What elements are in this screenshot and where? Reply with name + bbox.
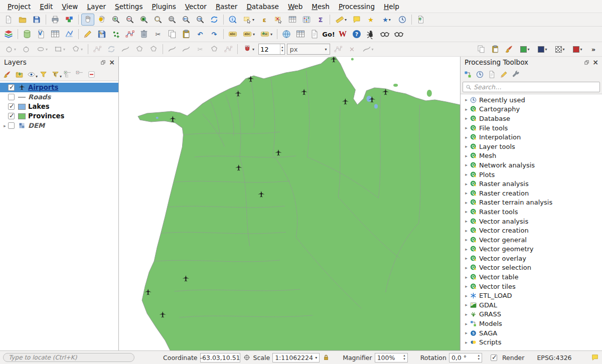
toolbox-group-vector-general[interactable]: ▸Vector general bbox=[461, 235, 602, 245]
menu-database[interactable]: Database bbox=[242, 1, 283, 12]
zoom-in-button[interactable]: + bbox=[109, 14, 122, 26]
layer-item-airports[interactable]: Airports bbox=[0, 83, 118, 92]
layer-checkbox[interactable] bbox=[8, 94, 15, 100]
zoom-next-button[interactable]: → bbox=[194, 14, 207, 26]
digitize-rectangle-button[interactable]: ▾ bbox=[51, 43, 68, 55]
field-calculator-button[interactable] bbox=[300, 14, 313, 26]
expand-all-button[interactable] bbox=[62, 69, 73, 80]
extents-icon[interactable] bbox=[243, 353, 251, 361]
edit-symbol-button[interactable] bbox=[503, 43, 516, 55]
osm-place-search-button[interactable] bbox=[294, 28, 307, 40]
messages-icon[interactable] bbox=[591, 353, 599, 361]
new-bookmark-button[interactable]: ★ bbox=[364, 14, 377, 26]
merge-features-button[interactable] bbox=[208, 43, 221, 55]
identify-features-button[interactable] bbox=[226, 14, 239, 26]
layer-checkbox[interactable] bbox=[8, 103, 15, 110]
rotate-feature-button[interactable] bbox=[105, 43, 118, 55]
cut-features-button[interactable]: ✂ bbox=[152, 28, 165, 40]
edit-features-in-place-button[interactable] bbox=[498, 69, 510, 80]
toolbox-group-vector-table[interactable]: ▸Vector table bbox=[461, 272, 602, 282]
offset-curve-button[interactable] bbox=[166, 43, 179, 55]
print-layout-button[interactable] bbox=[49, 14, 62, 26]
highlight-color-button[interactable]: ▾ bbox=[569, 43, 586, 55]
trim-extend-button[interactable] bbox=[222, 43, 235, 55]
magnifier-spin[interactable]: 100%▴▾ bbox=[375, 353, 408, 362]
snap-tolerance-input[interactable] bbox=[259, 46, 280, 53]
zoom-full-button[interactable]: ▣ bbox=[137, 14, 150, 26]
layer-checkbox[interactable] bbox=[8, 122, 15, 129]
wikipedia-plugin-button[interactable]: W bbox=[336, 28, 349, 40]
zoom-to-layer-button[interactable]: ▤ bbox=[166, 14, 179, 26]
menu-edit[interactable]: Edit bbox=[35, 1, 57, 12]
toolbox-group-models[interactable]: ▸Models bbox=[461, 319, 602, 328]
toolbox-group-network-analysis[interactable]: ▸Network analysis bbox=[461, 160, 602, 170]
spin-arrows-icon[interactable]: ▴▾ bbox=[478, 354, 480, 361]
save-layer-edits-button[interactable]: ✎ bbox=[95, 28, 108, 40]
go-button-button[interactable]: Go! bbox=[322, 28, 335, 40]
scale-combo[interactable]: 1:11062224▾ bbox=[272, 353, 320, 362]
spin-arrows-icon[interactable]: ▴▾ bbox=[403, 354, 405, 361]
new-mesh-layer-button[interactable] bbox=[63, 28, 76, 40]
lock-icon[interactable] bbox=[322, 353, 330, 361]
pan-to-selection-button[interactable]: ● bbox=[95, 14, 108, 26]
toolbox-group-etl-load[interactable]: ▸ETL_LOAD bbox=[461, 291, 602, 300]
new-shapefile-layer-button[interactable]: V bbox=[35, 28, 48, 40]
menu-web[interactable]: Web bbox=[283, 1, 307, 12]
paste-features-button[interactable] bbox=[180, 28, 193, 40]
toolbox-group-cartography[interactable]: ▸Cartography bbox=[461, 105, 602, 114]
coordinate-field[interactable]: -63.03,10.51 bbox=[200, 353, 240, 362]
add-group-button[interactable]: + bbox=[14, 69, 25, 80]
toolbox-group-raster-creation[interactable]: ▸Raster creation bbox=[461, 189, 602, 198]
menu-project[interactable]: Project bbox=[3, 1, 35, 12]
fill-ring-button[interactable] bbox=[147, 43, 160, 55]
metasearch-button[interactable] bbox=[280, 28, 293, 40]
toolbox-group-raster-analysis[interactable]: ▸Raster analysis bbox=[461, 179, 602, 189]
redo-button[interactable]: ↷ bbox=[208, 28, 221, 40]
toolbox-group-vector-creation[interactable]: ▸Vector creation bbox=[461, 226, 602, 235]
toolbox-group-vector-selection[interactable]: ▸Vector selection bbox=[461, 263, 602, 273]
options-button[interactable] bbox=[510, 69, 522, 80]
layer-item-lakes[interactable]: Lakes bbox=[0, 102, 118, 111]
toolbar-overflow-button[interactable]: » bbox=[587, 43, 600, 55]
fill-pattern-button[interactable]: ▾ bbox=[552, 43, 568, 55]
pan-map-button[interactable] bbox=[81, 14, 94, 26]
float-panel-button[interactable] bbox=[99, 58, 107, 66]
copy-style-button[interactable] bbox=[475, 43, 488, 55]
digitize-circle-3p-button[interactable] bbox=[20, 43, 33, 55]
layer-labeling-options-button[interactable]: ▾ bbox=[240, 28, 257, 40]
digitize-circle-2p-button[interactable]: ▾ bbox=[2, 43, 19, 55]
layer-labeling-button[interactable] bbox=[226, 28, 239, 40]
select-by-expression-button[interactable]: ε bbox=[258, 14, 271, 26]
results-viewer-button[interactable] bbox=[486, 69, 498, 80]
show-bookmarks-button[interactable]: ★▾ bbox=[378, 14, 395, 26]
filter-legend-button[interactable] bbox=[38, 69, 49, 80]
layer-item-provinces[interactable]: Provinces bbox=[0, 111, 118, 121]
layer-checkbox[interactable] bbox=[8, 84, 15, 91]
new-map-view-button[interactable]: + bbox=[414, 14, 427, 26]
remove-layer-button[interactable] bbox=[86, 69, 97, 80]
menu-plugins[interactable]: Plugins bbox=[147, 1, 180, 12]
zoom-out-button[interactable]: − bbox=[123, 14, 136, 26]
search-layers-button[interactable] bbox=[308, 28, 321, 40]
delete-selected-button[interactable] bbox=[137, 28, 150, 40]
select-features-button[interactable]: ▾ bbox=[240, 14, 257, 26]
digitize-ellipse-button[interactable]: ▾ bbox=[34, 43, 50, 55]
toolbox-group-plots[interactable]: ▸Plots bbox=[461, 170, 602, 179]
menu-mesh[interactable]: Mesh bbox=[307, 1, 334, 12]
menu-processing[interactable]: Processing bbox=[334, 1, 379, 12]
fill-color-button[interactable]: ▾ bbox=[517, 43, 533, 55]
vertex-tool-button[interactable] bbox=[123, 28, 136, 40]
stroke-color-button[interactable]: ▾ bbox=[534, 43, 551, 55]
profile-tool-2-button[interactable] bbox=[392, 28, 405, 40]
snap-unit[interactable]: px▾ bbox=[287, 44, 330, 55]
toolbox-group-gdal[interactable]: ▸GDAL bbox=[461, 300, 602, 310]
open-data-source-manager-button[interactable] bbox=[2, 28, 15, 40]
layer-item-dem[interactable]: ▸DEM bbox=[0, 121, 118, 130]
add-feature-button[interactable] bbox=[109, 28, 122, 40]
rotation-spin[interactable]: 0,0 °▴▾ bbox=[449, 353, 482, 362]
open-layer-styling-button[interactable] bbox=[2, 69, 13, 80]
add-ring-button[interactable] bbox=[133, 43, 146, 55]
reshape-features-button[interactable] bbox=[180, 43, 193, 55]
float-panel-button[interactable] bbox=[582, 58, 590, 66]
close-panel-button[interactable] bbox=[108, 58, 116, 66]
